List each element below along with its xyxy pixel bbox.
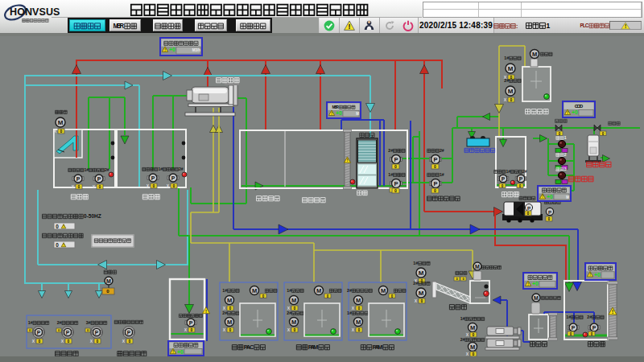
svg-text:+0: +0 bbox=[336, 110, 342, 116]
svg-text:!: ! bbox=[205, 309, 207, 314]
svg-text:0: 0 bbox=[229, 306, 232, 311]
svg-text:2#: 2# bbox=[179, 167, 184, 171]
svg-text:M: M bbox=[252, 287, 257, 294]
svg-text:MBR: MBR bbox=[332, 105, 339, 109]
svg-text:1#: 1# bbox=[158, 167, 163, 171]
svg-text:P: P bbox=[95, 330, 99, 335]
svg-text:0: 0 bbox=[394, 188, 397, 193]
svg-text:X: X bbox=[122, 339, 126, 343]
svg-text:M: M bbox=[508, 88, 514, 95]
svg-text:P: P bbox=[127, 330, 131, 335]
svg-text:X: X bbox=[90, 339, 93, 343]
svg-text:0: 0 bbox=[473, 332, 475, 337]
svg-text:1#: 1# bbox=[84, 167, 89, 172]
svg-text:M: M bbox=[356, 112, 359, 116]
svg-text:0: 0 bbox=[434, 188, 436, 193]
svg-text:PAM: PAM bbox=[308, 343, 319, 351]
svg-text:1#: 1# bbox=[222, 288, 227, 293]
svg-text:0: 0 bbox=[434, 164, 436, 169]
svg-text:P: P bbox=[189, 320, 193, 326]
svg-text:1#: 1# bbox=[347, 311, 352, 315]
svg-text:!: ! bbox=[347, 158, 349, 162]
svg-text:!: ! bbox=[348, 23, 350, 31]
svg-text:PAM: PAM bbox=[373, 343, 383, 351]
svg-text:P: P bbox=[502, 176, 506, 182]
svg-text:X: X bbox=[223, 327, 226, 332]
svg-text:!: ! bbox=[63, 225, 64, 228]
svg-text:HONVSUS: HONVSUS bbox=[10, 6, 60, 18]
svg-text:2#: 2# bbox=[460, 337, 465, 342]
svg-text:1#: 1# bbox=[506, 169, 510, 174]
svg-text:M: M bbox=[475, 264, 480, 269]
svg-text:0: 0 bbox=[191, 327, 193, 332]
svg-text:P: P bbox=[76, 176, 80, 182]
svg-text:0: 0 bbox=[153, 183, 155, 188]
svg-text:1#: 1# bbox=[460, 316, 465, 321]
svg-text:0: 0 bbox=[527, 211, 530, 216]
svg-text:M: M bbox=[532, 51, 537, 58]
svg-text:2#: 2# bbox=[222, 311, 227, 315]
svg-text:P: P bbox=[433, 156, 437, 163]
svg-text:M: M bbox=[508, 65, 514, 72]
svg-text:PAC: PAC bbox=[244, 343, 254, 351]
svg-text:P: P bbox=[592, 325, 597, 331]
svg-text:0: 0 bbox=[294, 306, 296, 311]
svg-text:X: X bbox=[415, 298, 418, 303]
svg-text:0: 0 bbox=[394, 164, 397, 169]
svg-text:!: ! bbox=[612, 309, 613, 315]
svg-text:0: 0 bbox=[99, 184, 101, 189]
svg-text:2#: 2# bbox=[287, 311, 291, 315]
svg-text:M: M bbox=[58, 119, 64, 126]
svg-text:1#: 1# bbox=[440, 172, 444, 177]
svg-text:2#: 2# bbox=[105, 167, 109, 172]
svg-text:M: M bbox=[356, 319, 361, 326]
svg-text:0: 0 bbox=[56, 224, 59, 229]
svg-text:P: P bbox=[171, 175, 175, 181]
svg-text:+0: +0 bbox=[532, 281, 539, 286]
svg-text:M: M bbox=[227, 297, 232, 304]
svg-text:0: 0 bbox=[60, 129, 63, 134]
svg-text:X: X bbox=[184, 327, 188, 332]
svg-text:0: 0 bbox=[421, 278, 423, 283]
svg-text:1#: 1# bbox=[388, 172, 393, 177]
svg-text:0: 0 bbox=[548, 216, 551, 221]
svg-text:1#: 1# bbox=[28, 320, 33, 325]
svg-text:0: 0 bbox=[68, 339, 70, 343]
svg-text:P: P bbox=[151, 175, 155, 181]
svg-text:M: M bbox=[419, 290, 424, 297]
svg-text:P: P bbox=[37, 330, 41, 335]
svg-text:0: 0 bbox=[97, 339, 99, 343]
svg-text:1#: 1# bbox=[287, 288, 291, 293]
svg-text:COD: COD bbox=[575, 103, 584, 109]
svg-text:0: 0 bbox=[358, 306, 361, 311]
svg-text:0: 0 bbox=[510, 97, 513, 102]
svg-text:M: M bbox=[291, 297, 296, 304]
svg-text:2#: 2# bbox=[388, 148, 393, 153]
svg-text:2#: 2# bbox=[440, 148, 444, 153]
svg-text:0: 0 bbox=[294, 327, 296, 332]
svg-text:3#: 3# bbox=[86, 320, 91, 325]
svg-text:3: 3 bbox=[564, 167, 567, 171]
svg-text:0: 0 bbox=[229, 327, 232, 332]
svg-text:M: M bbox=[419, 269, 424, 277]
svg-text:P: P bbox=[97, 176, 101, 182]
svg-text:0: 0 bbox=[358, 327, 361, 332]
svg-text:P: P bbox=[527, 206, 530, 211]
svg-text:X: X bbox=[352, 327, 355, 332]
svg-text:P: P bbox=[394, 156, 398, 163]
svg-text:X: X bbox=[61, 339, 64, 343]
svg-text:M: M bbox=[291, 319, 296, 326]
svg-text:!: ! bbox=[63, 244, 64, 247]
svg-text:1#: 1# bbox=[566, 315, 571, 319]
svg-text:+0: +0 bbox=[594, 272, 601, 278]
svg-text:M: M bbox=[381, 287, 386, 294]
svg-text:P: P bbox=[433, 180, 437, 187]
svg-text:M: M bbox=[566, 195, 569, 200]
svg-text:1#: 1# bbox=[413, 261, 418, 265]
svg-text:2#: 2# bbox=[522, 169, 527, 174]
svg-text:P: P bbox=[548, 210, 551, 215]
svg-text:2#: 2# bbox=[57, 320, 62, 325]
svg-text:2#: 2# bbox=[504, 78, 509, 83]
svg-text:+0: +0 bbox=[572, 109, 578, 115]
svg-text:!: ! bbox=[625, 23, 626, 29]
